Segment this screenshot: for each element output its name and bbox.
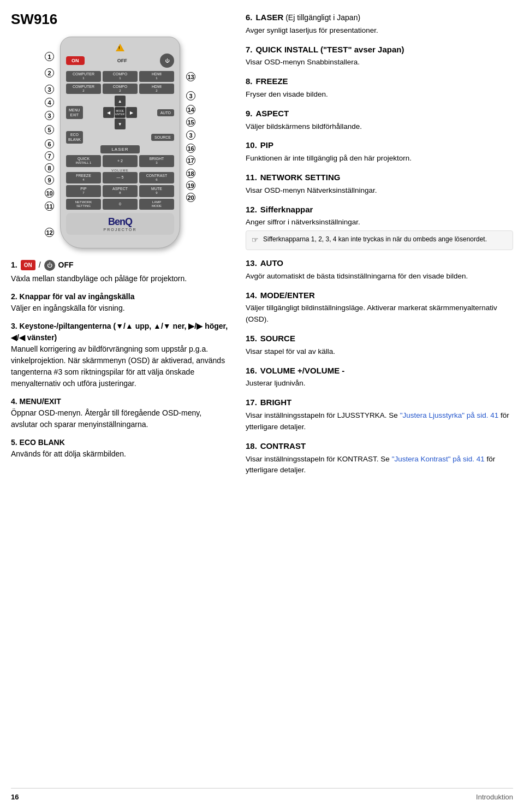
section-item-15: 15. SOURCE Visar stapel för val av källa… [246,332,513,358]
item14-body: Väljer tillgängligt bildinställningsläge… [246,303,513,325]
item2-label: Knappar för val av ingångskälla [20,292,135,301]
callout-r13: 13 [186,72,195,81]
volume-minus-button[interactable]: — 5 [103,172,138,184]
item4-num: 4. [11,397,17,406]
item13-num: 13. [246,258,257,268]
pip-button[interactable]: PIP7 [66,185,101,197]
item14-num: 14. [246,291,257,300]
remote-illustration: 1 2 3 4 3 5 6 7 8 9 10 11 12 13 3 14 15 … [11,37,229,248]
eco-blank-button[interactable]: ECOBLANK [66,131,83,144]
item10-body: Funktionen är inte tillgänglig på den hä… [246,153,513,164]
computer2-button[interactable]: COMPUTER2 [66,84,101,94]
warning-area [66,44,174,51]
desc-item-3: 3. Keystone-/piltangenterna (▼/▲ upp, ▲/… [11,321,229,389]
right-column: 6. LASER (Ej tillgängligt i Japan) Avger… [240,11,513,801]
eco-source-row: ECOBLANK SOURCE [66,131,174,144]
item11-label: NETWORK SETTING [260,173,341,182]
item7-label: QUICK INSTALL ("TEST" avser Japan) [255,45,404,54]
section-item-12: 12. Sifferknappar Anger siffror i nätver… [246,203,513,250]
item3-num: 3. [11,322,17,330]
hdmi1-button[interactable]: HDMI1 [139,71,174,82]
callout-12: 12 [45,228,54,237]
nav-up-button[interactable]: ▲ [115,96,126,106]
func-row-1: QUICKINSTALL 1 + 2 BRIGHT3 [66,155,174,167]
section-item-8: 8. FREEZE Fryser den visade bilden. [246,75,513,100]
item1-header: 1. ON / ⏻ OFF [11,259,229,271]
laser-button[interactable]: LASER [100,145,139,153]
input-row-1: COMPUTER1 COMPO1 HDMI1 [66,71,174,82]
on-button[interactable]: ON [66,56,85,65]
item17-label: BRIGHT [260,398,292,407]
callout-11: 11 [45,201,54,211]
mode-enter-button[interactable]: MODEENTER [115,107,126,118]
func-row-3: PIP7 ASPECT8 MUTE9 [66,185,174,197]
item14-label: MODE/ENTER [260,291,315,300]
footer-section-label: Introduktion [476,793,513,801]
item8-num: 8. [246,76,253,86]
item13-label: AUTO [260,258,283,268]
item3-body: Manuell korrigering av bildförvrängning … [11,343,229,389]
benq-logo: BenQ [69,216,171,228]
callout-4: 4 [45,98,54,107]
nav-left-button[interactable]: ◀ [103,107,114,118]
page: SW916 1 2 3 4 3 5 6 7 8 9 10 11 12 13 3 [0,0,524,812]
nav-down-button[interactable]: ▼ [115,118,126,129]
computer1-button[interactable]: COMPUTER1 [66,71,101,82]
callout-r3b: 3 [186,131,195,140]
section-list: 6. LASER (Ej tillgängligt i Japan) Avger… [246,11,513,476]
item8-body: Fryser den visade bilden. [246,89,513,100]
source-button[interactable]: SOURCE [151,134,174,141]
item15-num: 15. [246,334,257,343]
section-item-11: 11. NETWORK SETTING Visar OSD-menyn Nätv… [246,171,513,197]
item6-label: LASER [255,13,283,22]
callout-r20: 20 [186,193,195,202]
section-item-16: 16. VOLUME +/VOLUME - Justerar ljudnivån… [246,364,513,390]
item16-label: VOLUME +/VOLUME - [260,366,345,375]
left-column: SW916 1 2 3 4 3 5 6 7 8 9 10 11 12 13 3 [11,11,240,801]
off-button[interactable]: ⏻ [160,54,174,68]
lamp-mode-button[interactable]: LAMPMODE [139,199,174,210]
item10-num: 10. [246,140,257,150]
zero-button[interactable]: 0 [103,199,138,210]
callout-6: 6 [45,139,54,149]
desc-item-5: 5. ECO BLANK Används för att dölja skärm… [11,437,229,460]
section-item-13: 13. AUTO Avgör automatiskt de bästa tids… [246,257,513,282]
item9-num: 9. [246,109,253,118]
callout-5: 5 [45,125,54,134]
item17-link[interactable]: "Justera Ljusstyrka" på sid. 41 [400,411,499,419]
nav-right-button[interactable]: ▶ [126,107,137,118]
compo1-button[interactable]: COMPO1 [103,71,138,82]
item17-body-text: Visar inställningsstapeln för LJUSSTYRKA… [246,411,398,419]
projector-label: PROJECTOR [69,228,171,232]
item9-body: Väljer bildskärmens bildförhållande. [246,121,513,133]
contrast-button[interactable]: CONTRAST6 [139,172,174,184]
item18-body: Visar inställningsstapeln för KONTRAST. … [246,454,513,477]
bright-button[interactable]: BRIGHT3 [139,155,174,167]
note-icon: ☞ [252,234,259,246]
item13-body: Avgör automatiskt de bästa tidsinställni… [246,271,513,282]
network-setting-button[interactable]: NETWORKSETTING [66,199,101,210]
mute-button[interactable]: MUTE9 [139,185,174,197]
aspect-button[interactable]: ASPECT8 [103,185,138,197]
callout-r14: 14 [186,105,195,114]
volume-plus-button[interactable]: + 2 [103,155,138,167]
section-item-6: 6. LASER (Ej tillgängligt i Japan) Avger… [246,11,513,37]
freeze-button[interactable]: FREEZE4 [66,172,101,184]
item3-label: Keystone-/piltangenterna (▼/▲ upp, ▲/▼ n… [11,322,228,342]
callout-1: 1 [45,52,54,61]
quick-install-button[interactable]: QUICKINSTALL 1 [66,155,101,167]
remote-body: 1 2 3 4 3 5 6 7 8 9 10 11 12 13 3 14 15 … [60,37,180,248]
hdmi2-button[interactable]: HDMI2 [139,84,174,94]
callout-10: 10 [45,188,54,198]
section-item-10: 10. PIP Funktionen är inte tillgänglig p… [246,139,513,164]
item12-note-text: Sifferknapparna 1, 2, 3, 4 kan inte tryc… [263,234,487,245]
func-row-2: FREEZE4 — 5 CONTRAST6 [66,172,174,184]
item18-link[interactable]: "Justera Kontrast" på sid. 41 [392,455,485,463]
auto-button[interactable]: AUTO [157,109,174,116]
footer: 16 Introduktion [11,788,513,801]
menu-exit-button[interactable]: MENUEXIT [66,106,83,119]
compo2-button[interactable]: COMPO2 [103,84,138,94]
desc-item-4: 4. MENU/EXIT Öppnar OSD-menyn. Återgår t… [11,396,229,430]
input-row-2: COMPUTER2 COMPO2 HDMI2 [66,84,174,94]
callout-3a: 3 [45,85,54,94]
